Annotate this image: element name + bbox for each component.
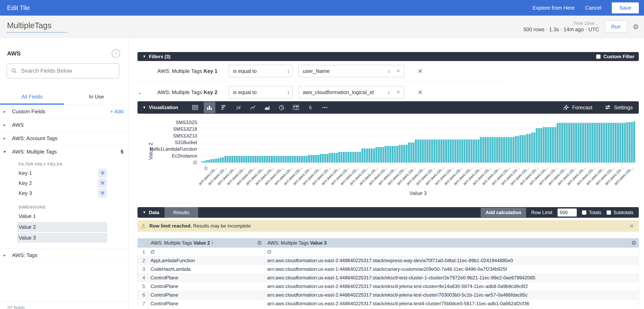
column-gear-icon[interactable]: ⚙ xyxy=(631,240,636,246)
viz-type-line-icon[interactable] xyxy=(247,102,258,113)
filter-operator-select[interactable]: is equal to↕ xyxy=(228,65,293,77)
updown-arrows-icon: ↕ xyxy=(384,68,390,74)
tab-results[interactable]: Results xyxy=(164,207,198,218)
sidebar-field-key-3[interactable]: Key 3 xyxy=(0,188,128,198)
run-button[interactable]: Run xyxy=(605,20,627,33)
chart-bar xyxy=(633,122,635,162)
filter-field-button[interactable] xyxy=(98,168,107,178)
column-header-value3[interactable]: AWS: Multiple Tags Value 3 ⚙ xyxy=(264,238,638,248)
settings-button[interactable]: Settings xyxy=(604,104,633,111)
cell-value2[interactable]: ControlPlane xyxy=(148,282,264,290)
sidebar-field-key-2[interactable]: Key 2 xyxy=(0,178,128,188)
viz-type-bar-icon[interactable] xyxy=(218,102,230,113)
column-gear-icon[interactable]: ⚙ xyxy=(257,240,262,246)
chart-bar xyxy=(478,140,480,162)
cell-value2[interactable]: CodeHashLambda xyxy=(148,265,264,274)
chart-bar xyxy=(498,137,500,162)
sidebar-group-multiple-tags[interactable]: ▾ AWS: Multiple Tags 5 xyxy=(0,145,128,158)
chart-bar xyxy=(348,152,350,162)
chart-bar xyxy=(445,140,447,162)
save-button[interactable]: Save xyxy=(612,2,639,14)
filter-value-select[interactable]: aws_cloudformation_logical_id↕ xyxy=(298,86,393,98)
custom-filter-checkbox[interactable] xyxy=(596,54,600,59)
field-label: Key 2 xyxy=(18,180,98,186)
chart-bar xyxy=(301,156,303,162)
cell-value3[interactable]: arn:aws:cloudformation:us-east-2:4486402… xyxy=(264,282,638,290)
chart-bar xyxy=(234,156,236,162)
query-title[interactable]: MultipleTags xyxy=(7,21,67,32)
cell-value2[interactable]: AppLambdaFunction xyxy=(148,256,264,265)
column-header-value2[interactable]: AWS: Multiple Tags Value 2 ↑ ⚙ xyxy=(148,238,264,248)
chevron-down-icon[interactable]: ⌄ xyxy=(138,89,144,96)
filters-section-header[interactable]: ▼ Filters (3) Custom Filter xyxy=(138,52,639,61)
row-number-header xyxy=(138,238,148,248)
cancel-button[interactable]: Cancel xyxy=(585,5,601,11)
table-row: 6ControlPlanearn:aws:cloudformation:us-e… xyxy=(138,290,638,299)
field-search-box[interactable] xyxy=(6,63,119,78)
caret-right-icon: ▸ xyxy=(4,122,12,127)
cell-value2[interactable]: ∅ xyxy=(148,248,264,256)
add-calculation-button[interactable]: Add calculation xyxy=(481,208,526,217)
cell-value3[interactable]: arn:aws:cloudformation:us-east-2:4486402… xyxy=(264,300,638,308)
caret-down-icon: ▾ xyxy=(4,149,12,154)
cell-value2[interactable]: ControlPlane xyxy=(148,274,264,282)
collapse-sidebar-button[interactable]: ‹ xyxy=(112,49,120,58)
remove-filter-button[interactable]: ✕ xyxy=(418,68,423,75)
row-limit-input[interactable] xyxy=(558,208,577,216)
visualization-section-header[interactable]: ▼ Visualization 6 Forecast Settings xyxy=(138,101,639,114)
chart-bar xyxy=(406,145,408,162)
chart-bar xyxy=(306,156,308,162)
viz-type-table-icon[interactable] xyxy=(189,102,201,113)
filter-value-select[interactable]: user_Name↕ xyxy=(298,65,393,77)
viz-type-scatter-icon[interactable] xyxy=(232,102,244,113)
sidebar-group-custom-fields[interactable]: ▸ Custom Fields + Add xyxy=(0,105,128,118)
viz-type-area-icon[interactable] xyxy=(261,102,273,113)
explore-from-here-button[interactable]: Explore from Here xyxy=(532,5,575,11)
sidebar-dimension-value-2[interactable]: Value 2 xyxy=(17,222,107,232)
viz-type-pie-icon[interactable] xyxy=(276,102,288,113)
viz-type-map-icon[interactable] xyxy=(290,102,302,113)
data-section-header[interactable]: ▼ Data Results Add calculation Row Limit… xyxy=(138,207,639,218)
filter-operator-select[interactable]: is equal to↕ xyxy=(228,86,293,98)
viz-type-column-icon[interactable] xyxy=(204,102,215,113)
chart-bar xyxy=(540,128,542,162)
filter-field-button[interactable] xyxy=(98,178,107,188)
tab-in-use[interactable]: In Use xyxy=(64,91,128,105)
cell-value3[interactable]: arn:aws:cloudformation:us-east-2:4486402… xyxy=(264,291,638,299)
tab-all-fields[interactable]: All Fields xyxy=(0,91,64,105)
cell-value3[interactable]: arn:aws:cloudformation:us-east-1:4486402… xyxy=(264,274,638,282)
sidebar-dimension-value-1[interactable]: Value 1 xyxy=(17,211,107,221)
forecast-button[interactable]: Forecast xyxy=(562,104,592,111)
filter-field-button[interactable] xyxy=(98,188,107,198)
fields-in-use-count: 5 xyxy=(121,149,124,155)
remove-filter-button[interactable]: ✕ xyxy=(418,89,423,96)
totals-label: Totals xyxy=(589,210,601,215)
cell-value3[interactable]: arn:aws:cloudformation:us-east-2:4486402… xyxy=(264,256,638,265)
chart-bar xyxy=(620,123,622,162)
chart-bar xyxy=(399,145,401,162)
sidebar-group-account-tags[interactable]: ▸ AWS: Account Tags xyxy=(0,132,128,145)
timezone-dropdown[interactable]: Time Zone ⌄ xyxy=(574,21,598,26)
viz-type-more-icon[interactable] xyxy=(319,102,330,113)
close-icon[interactable]: ✕ xyxy=(630,223,634,229)
totals-checkbox[interactable] xyxy=(582,210,586,215)
viz-type-single-value-icon[interactable]: 6 xyxy=(304,102,316,113)
sidebar-group-aws[interactable]: ▸ AWS xyxy=(0,118,128,132)
clear-filter-value-button[interactable]: ✕ xyxy=(393,86,404,98)
sidebar-group-tags[interactable]: ▸ AWS: Tags xyxy=(0,248,128,262)
chart-bar xyxy=(213,159,215,162)
add-custom-field-button[interactable]: + Add xyxy=(110,108,124,115)
chart-bar xyxy=(282,156,284,162)
chart-bar xyxy=(412,142,414,162)
cell-value2[interactable]: ControlPlane xyxy=(148,300,264,308)
cell-value3[interactable]: arn:aws:cloudformation:us-east-1:4486402… xyxy=(264,265,638,274)
sidebar-field-key-1[interactable]: Key 1 xyxy=(0,168,128,178)
gear-icon[interactable]: ⚙ xyxy=(633,24,639,30)
cell-value3[interactable]: ∅ xyxy=(264,248,638,256)
clear-filter-value-button[interactable]: ✕ xyxy=(393,65,404,77)
sidebar-dimension-value-3[interactable]: Value 3 xyxy=(17,233,107,243)
caret-down-icon: ▼ xyxy=(142,106,146,110)
search-input[interactable] xyxy=(20,68,115,74)
subtotals-checkbox[interactable] xyxy=(606,210,611,215)
cell-value2[interactable]: ControlPlane xyxy=(148,291,264,299)
